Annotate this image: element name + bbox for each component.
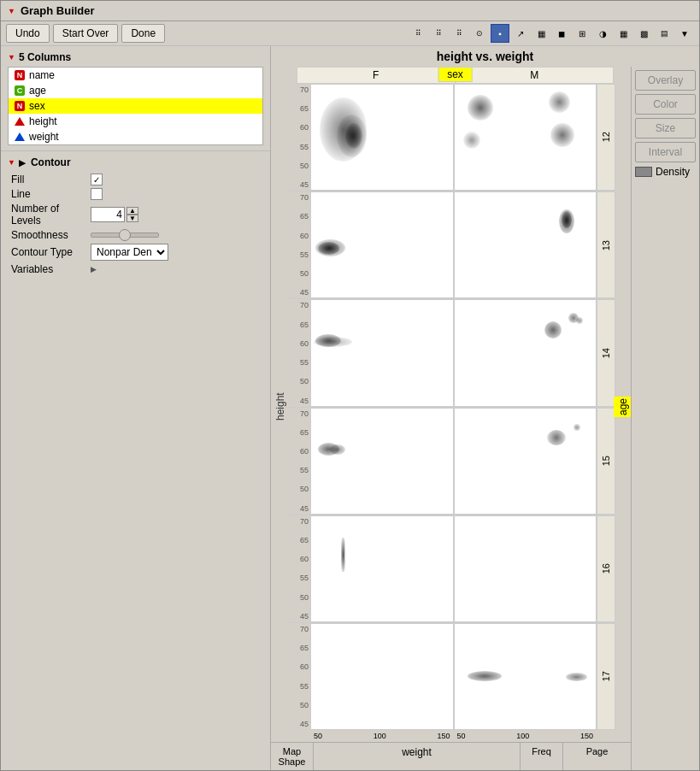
line-icon[interactable]: ↗ — [511, 24, 530, 43]
plot-m-15 — [454, 408, 597, 515]
right-sidebar: Overlay Color Size Interval Density — [631, 67, 699, 770]
age-axis-label-container: age — [615, 84, 631, 730]
col-label-name: name — [29, 69, 55, 81]
box-icon[interactable]: ⊞ — [573, 24, 591, 43]
age-13-text: 13 — [601, 240, 611, 250]
sex-cols-container: sex F M — [297, 67, 614, 84]
scatter-icon[interactable]: ⠿ — [409, 24, 427, 43]
col-label-weight: weight — [29, 131, 59, 143]
sex-header-container: sex F M — [297, 67, 614, 84]
columns-title: 5 Columns — [19, 51, 71, 63]
tile-icon[interactable]: ▦ — [614, 24, 632, 43]
col-item-name[interactable]: N name — [9, 68, 262, 83]
line-control — [91, 188, 260, 200]
x-axis-bottom-label: weight — [314, 743, 520, 770]
settings-icon[interactable]: ▼ — [675, 24, 694, 43]
area-icon[interactable]: ◼ — [552, 24, 571, 43]
spin-up[interactable]: ▲ — [126, 207, 138, 215]
blob-m12-1 — [468, 95, 493, 121]
y-ticks-16: 70 65 60 55 50 45 — [286, 515, 310, 622]
col-item-weight[interactable]: weight — [9, 129, 262, 144]
y-ticks-14: 70 65 60 55 50 45 — [286, 299, 310, 406]
chart-body: height 70 65 60 55 50 — [271, 84, 631, 730]
blob-m17-2 — [566, 673, 587, 681]
contour-header: ▼ ▶ Contour — [4, 155, 267, 170]
page-button[interactable]: Page — [562, 743, 631, 770]
collapse-icon[interactable]: ▼ — [8, 7, 15, 15]
col-label-height: height — [29, 115, 57, 127]
plot-m-12 — [454, 84, 597, 191]
age-row-14: 70 65 60 55 50 45 — [286, 299, 615, 407]
variables-expand-icon[interactable]: ▶ — [91, 265, 97, 274]
color-button[interactable]: Color — [635, 94, 696, 115]
bar-icon[interactable]: ▦ — [532, 24, 550, 43]
line-checkbox[interactable] — [91, 188, 103, 200]
plot-f-17 — [310, 623, 454, 730]
overlay-button[interactable]: Overlay — [635, 70, 696, 91]
col-item-sex[interactable]: N sex — [9, 98, 262, 114]
density-icon[interactable]: ▪ — [491, 24, 509, 43]
scatter2-icon[interactable]: ⠿ — [429, 24, 448, 43]
chart-title: height vs. weight — [274, 50, 696, 63]
variables-control: ▶ — [91, 265, 260, 274]
map-icon[interactable]: ▤ — [655, 24, 674, 43]
undo-button[interactable]: Undo — [6, 24, 50, 43]
left-panel: ▼ 5 Columns N name C — [1, 46, 271, 770]
y-tick-70: 70 — [300, 85, 309, 94]
y-tick-55: 55 — [300, 143, 309, 151]
heatmap-icon[interactable]: ▩ — [634, 24, 653, 43]
plot-m-16 — [454, 515, 597, 622]
start-over-button[interactable]: Start Over — [53, 24, 119, 43]
smoothness-control — [91, 232, 260, 238]
num-levels-spinner: ▲ ▼ — [126, 207, 138, 222]
y-ticks-17: 70 65 60 55 50 45 — [286, 623, 310, 730]
spin-down[interactable]: ▼ — [126, 215, 138, 222]
col-item-height[interactable]: height — [9, 114, 262, 129]
blob-f15-2 — [330, 444, 345, 455]
chart-area: height vs. weight sex F M — [271, 46, 699, 770]
freq-button[interactable]: Freq — [520, 743, 562, 770]
y-tick-65: 65 — [300, 104, 309, 113]
num-levels-label: Number of Levels — [11, 203, 88, 227]
col-m-label: M — [456, 67, 615, 84]
pie-icon[interactable]: ◑ — [593, 24, 612, 43]
x-ticks-row: 50 100 150 50 100 150 — [310, 730, 597, 742]
svg-text:N: N — [17, 71, 23, 79]
done-button[interactable]: Done — [121, 24, 165, 43]
col-f-label: F — [297, 67, 456, 84]
age-label-16: 16 — [597, 515, 615, 622]
smoothness-slider-thumb[interactable] — [119, 229, 131, 241]
plot-m-17 — [454, 623, 597, 730]
age-row-15: 70 65 60 55 50 45 — [286, 408, 615, 515]
age-12-text: 12 — [601, 132, 611, 142]
columns-list: N name C age N — [8, 67, 263, 145]
col-icon-age: C — [14, 85, 26, 97]
num-levels-input[interactable] — [91, 207, 125, 222]
blob-m17-1 — [468, 671, 502, 681]
blob-m12-4 — [463, 132, 480, 149]
scatter3-icon[interactable]: ⠿ — [450, 24, 468, 43]
age-axis-label: age — [614, 397, 631, 417]
sex-label-row: sex F M — [297, 67, 631, 84]
columns-collapse-icon[interactable]: ▼ — [8, 53, 15, 62]
y-ticks-15: 70 65 60 55 50 45 — [286, 408, 310, 515]
size-button[interactable]: Size — [635, 118, 696, 138]
age-label-13: 13 — [597, 191, 615, 298]
col-icon-height — [14, 115, 26, 127]
interval-button[interactable]: Interval — [635, 142, 696, 162]
contour-expand-icon: ▶ — [19, 158, 26, 168]
contour-icon[interactable]: ⊙ — [470, 24, 489, 43]
smoothness-slider-track[interactable] — [91, 232, 159, 238]
contour-form: Fill Line Number of Levels ▲ — [4, 170, 267, 279]
window-title: Graph Builder — [21, 4, 95, 17]
x-ticks-f: 50 100 150 — [310, 730, 454, 742]
y-ticks-13: 70 65 60 55 50 45 — [286, 191, 310, 298]
fill-checkbox[interactable] — [91, 174, 103, 185]
col-item-age[interactable]: C age — [9, 83, 262, 98]
map-shape-label: Map Shape — [271, 743, 314, 770]
contour-collapse-icon[interactable]: ▼ — [8, 158, 15, 167]
col-icon-weight — [14, 131, 26, 143]
plot-m-14 — [454, 299, 597, 406]
contour-type-select[interactable]: Nonpar Den Normal — [91, 244, 168, 261]
blob-f14-2 — [314, 337, 352, 347]
